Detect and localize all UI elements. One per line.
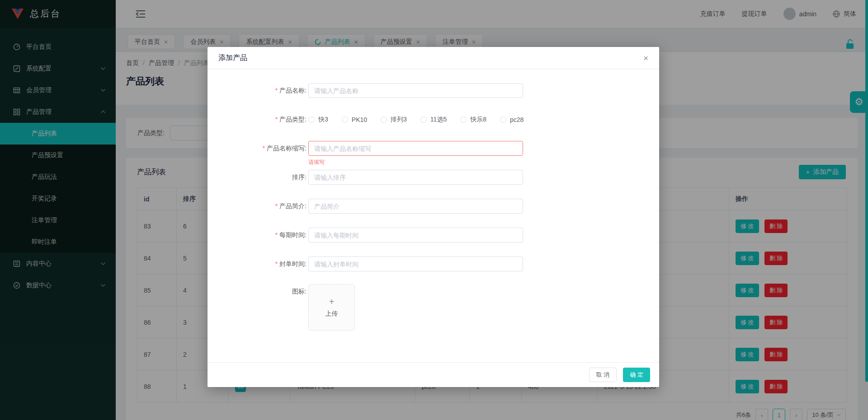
radio-排列3[interactable]: 排列3	[381, 116, 407, 124]
required-asterisk: *	[275, 116, 278, 123]
input-每期时间:[interactable]	[308, 228, 523, 243]
field-label: *产品名称:	[208, 83, 307, 98]
radio-circle-icon	[342, 117, 348, 123]
form-row-图标:: 图标:+上传	[208, 284, 659, 331]
field-label: *封单时间:	[208, 257, 307, 271]
close-icon[interactable]: ×	[643, 54, 648, 62]
form-row-产品名称:: *产品名称:	[208, 83, 659, 98]
modal-title: 添加产品	[218, 53, 247, 63]
confirm-button[interactable]: 确 定	[623, 368, 650, 382]
field-label: *每期时间:	[208, 228, 307, 243]
radio-circle-icon	[460, 117, 467, 123]
radio-label: 排列3	[391, 116, 407, 124]
form-row-产品类型:: *产品类型:快3PK10排列311选5快乐8pc28	[208, 112, 659, 127]
radio-label: 11选5	[430, 116, 447, 124]
radio-label: PK10	[352, 116, 367, 123]
cancel-button[interactable]: 取 消	[589, 368, 617, 382]
field-label: *产品简介:	[208, 199, 307, 214]
input-排序:[interactable]	[308, 170, 523, 185]
form-row-产品简介:: *产品简介:	[208, 199, 659, 214]
radio-pc28[interactable]: pc28	[500, 116, 524, 123]
modal-form: *产品名称:*产品类型:快3PK10排列311选5快乐8pc28*产品名称缩写:…	[208, 83, 659, 331]
form-row-排序:: 排序:	[208, 170, 659, 185]
input-产品名称:[interactable]	[308, 83, 523, 98]
product-type-radio-group: 快3PK10排列311选5快乐8pc28	[308, 112, 524, 127]
radio-circle-icon	[420, 117, 427, 123]
modal-header: 添加产品 ×	[208, 47, 659, 69]
radio-PK10[interactable]: PK10	[342, 116, 367, 123]
radio-circle-icon	[308, 117, 315, 123]
required-asterisk: *	[275, 202, 278, 210]
input-封单时间:[interactable]	[308, 257, 523, 271]
required-asterisk: *	[275, 87, 278, 94]
icon-upload-box[interactable]: +上传	[308, 284, 355, 331]
validation-error-message: 请填写	[308, 159, 325, 166]
field-label: 图标:	[208, 284, 307, 331]
required-asterisk: *	[275, 231, 278, 238]
upload-label: 上传	[326, 310, 338, 318]
field-label: *产品名称缩写:	[208, 141, 307, 156]
required-asterisk: *	[275, 260, 278, 267]
radio-11选5[interactable]: 11选5	[420, 116, 447, 124]
radio-label: 快乐8	[470, 116, 486, 124]
add-product-modal: 添加产品 × *产品名称:*产品类型:快3PK10排列311选5快乐8pc28*…	[208, 47, 659, 387]
form-row-每期时间:: *每期时间:	[208, 228, 659, 243]
radio-label: pc28	[510, 116, 524, 123]
modal-footer: 取 消 确 定	[208, 362, 659, 387]
required-asterisk: *	[263, 145, 265, 152]
form-row-产品名称缩写:: *产品名称缩写:请填写	[208, 141, 659, 156]
form-row-封单时间:: *封单时间:	[208, 257, 659, 271]
input-产品名称缩写:[interactable]	[308, 141, 523, 156]
radio-快3[interactable]: 快3	[308, 116, 328, 124]
radio-快乐8[interactable]: 快乐8	[460, 116, 486, 124]
plus-icon: +	[329, 297, 335, 307]
field-label: *产品类型:	[208, 112, 307, 127]
radio-circle-icon	[381, 117, 387, 123]
radio-circle-icon	[500, 117, 506, 123]
radio-label: 快3	[318, 116, 328, 124]
input-产品简介:[interactable]	[308, 199, 523, 214]
field-label: 排序:	[208, 170, 307, 185]
